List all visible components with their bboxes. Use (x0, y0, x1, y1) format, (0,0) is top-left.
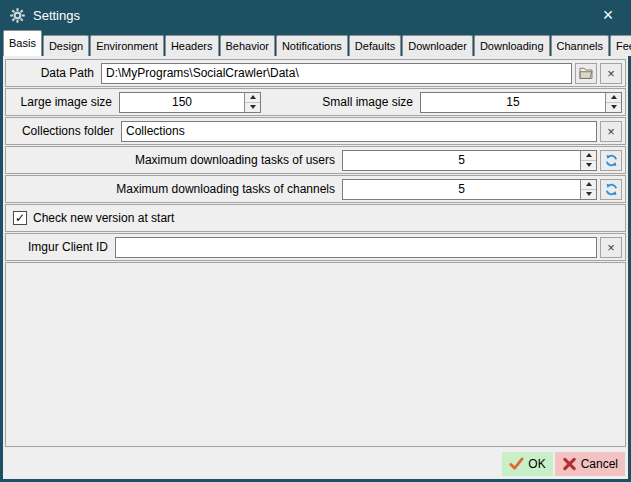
image-sizes-row: Large image size Small image size (5, 88, 626, 116)
collections-folder-row: Collections folder × (5, 117, 626, 145)
ok-check-icon (509, 457, 524, 471)
arrow-up-icon (586, 153, 592, 157)
clear-collections-folder-button[interactable]: × (600, 121, 622, 142)
data-path-label: Data Path (9, 66, 101, 80)
checkmark-icon: ✓ (15, 212, 25, 224)
clear-data-path-button[interactable]: × (600, 63, 622, 84)
max-tasks-channels-spinner (342, 179, 597, 200)
tab-environment[interactable]: Environment (90, 35, 164, 56)
spin-down-button[interactable] (245, 102, 260, 112)
spin-up-button[interactable] (581, 180, 596, 189)
titlebar: Settings × (0, 0, 631, 30)
small-image-size-input[interactable] (421, 93, 605, 112)
small-image-size-label: Small image size (261, 95, 420, 109)
max-tasks-users-input[interactable] (343, 151, 580, 170)
arrow-up-icon (586, 182, 592, 186)
tab-behavior[interactable]: Behavior (220, 35, 275, 56)
large-image-size-input[interactable] (120, 93, 244, 112)
close-button[interactable]: × (595, 3, 621, 27)
check-new-version-row: ✓ Check new version at start (5, 204, 626, 232)
max-tasks-users-spin-buttons (580, 151, 596, 170)
tab-notifications[interactable]: Notifications (276, 35, 348, 56)
tab-page-basis: Data Path × Large image size (3, 56, 628, 479)
arrow-up-icon (611, 95, 617, 99)
footer-bar: OK Cancel (3, 448, 628, 479)
arrow-down-icon (250, 105, 256, 109)
clear-icon: × (607, 66, 615, 81)
max-tasks-channels-label: Maximum downloading tasks of channels (9, 182, 342, 196)
max-tasks-channels-spin-buttons (580, 180, 596, 199)
tab-strip: Basis Design Environment Headers Behavio… (0, 30, 631, 56)
cancel-button[interactable]: Cancel (555, 452, 625, 476)
tab-downloading[interactable]: Downloading (474, 35, 550, 56)
clear-icon: × (607, 124, 615, 139)
spin-down-button[interactable] (606, 102, 621, 112)
tab-defaults[interactable]: Defaults (349, 35, 401, 56)
check-new-version-checkbox[interactable]: ✓ (13, 211, 27, 225)
large-image-size-label: Large image size (9, 95, 119, 109)
arrow-down-icon (586, 163, 592, 167)
small-image-size-spin-buttons (605, 93, 621, 112)
max-tasks-channels-input[interactable] (343, 180, 580, 199)
close-icon: × (603, 6, 614, 24)
arrow-down-icon (586, 192, 592, 196)
large-image-size-spin-buttons (244, 93, 260, 112)
small-image-size-spinner (420, 92, 622, 113)
open-folder-icon (579, 67, 593, 79)
large-image-size-spinner (119, 92, 261, 113)
clear-icon: × (607, 240, 615, 255)
settings-dialog: Settings × Basis Design Environment Head… (0, 0, 631, 482)
data-path-input[interactable] (101, 63, 572, 84)
spin-up-button[interactable] (245, 93, 260, 102)
refresh-icon (605, 154, 618, 167)
tab-design[interactable]: Design (43, 35, 89, 56)
gear-icon (10, 8, 25, 23)
imgur-client-id-label: Imgur Client ID (9, 240, 115, 254)
tab-channels[interactable]: Channels (551, 35, 609, 56)
check-new-version-label: Check new version at start (33, 211, 174, 225)
max-tasks-channels-row: Maximum downloading tasks of channels (5, 175, 626, 203)
reset-max-tasks-users-button[interactable] (600, 150, 622, 171)
imgur-client-id-row: Imgur Client ID × (5, 233, 626, 261)
data-path-row: Data Path × (5, 59, 626, 87)
reset-max-tasks-channels-button[interactable] (600, 179, 622, 200)
collections-folder-input[interactable] (121, 121, 597, 142)
arrow-down-icon (611, 105, 617, 109)
empty-panel (5, 262, 626, 447)
max-tasks-users-row: Maximum downloading tasks of users (5, 146, 626, 174)
spin-up-button[interactable] (606, 93, 621, 102)
browse-folder-button[interactable] (575, 63, 597, 84)
spin-down-button[interactable] (581, 189, 596, 199)
tab-headers[interactable]: Headers (165, 35, 219, 56)
clear-imgur-client-id-button[interactable]: × (600, 237, 622, 258)
max-tasks-users-spinner (342, 150, 597, 171)
window-title: Settings (33, 8, 80, 23)
tab-feed[interactable]: Feed (610, 35, 631, 56)
ok-button-label: OK (528, 457, 545, 471)
max-tasks-users-label: Maximum downloading tasks of users (9, 153, 342, 167)
spin-up-button[interactable] (581, 151, 596, 160)
arrow-up-icon (250, 95, 256, 99)
imgur-client-id-input[interactable] (115, 237, 597, 258)
collections-folder-label: Collections folder (9, 124, 121, 138)
tab-downloader[interactable]: Downloader (402, 35, 473, 56)
cancel-x-icon (562, 457, 577, 471)
tab-basis[interactable]: Basis (3, 30, 42, 56)
ok-button[interactable]: OK (502, 452, 552, 476)
spin-down-button[interactable] (581, 160, 596, 170)
refresh-icon (605, 183, 618, 196)
cancel-button-label: Cancel (581, 457, 618, 471)
